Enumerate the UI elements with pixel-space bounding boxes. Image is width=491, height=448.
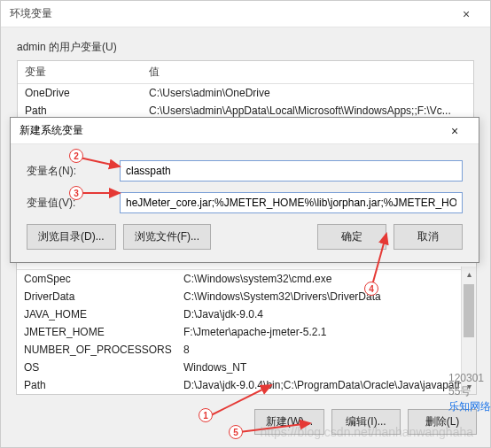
dialog-buttons: 浏览目录(D)... 浏览文件(F)... 确定 取消 xyxy=(27,224,463,250)
var-value-label: 变量值(V): xyxy=(27,196,120,211)
system-vars-table[interactable]: 变量 值 ComSpecC:\Windows\system32\cmd.exeD… xyxy=(16,246,477,395)
dialog-cancel-button[interactable]: 取消 xyxy=(394,224,463,250)
var-value: F:\Jmeter\apache-jmeter-5.2.1 xyxy=(176,323,476,341)
table-row[interactable]: OneDriveC:\Users\admin\OneDrive xyxy=(18,84,473,102)
browse-dir-button[interactable]: 浏览目录(D)... xyxy=(27,224,116,250)
table-row[interactable]: ComSpecC:\Windows\system32\cmd.exe xyxy=(17,270,476,288)
table-row[interactable]: DriverDataC:\Windows\System32\Drivers\Dr… xyxy=(17,288,476,305)
var-value: C:\Windows\System32\Drivers\DriverData xyxy=(176,288,476,305)
var-name-label: 变量名(N): xyxy=(27,164,120,179)
var-value: D:\Java\jdk-9.0.4\bin;C:\ProgramData\Ora… xyxy=(176,376,476,394)
env-var-title: 环境变量 xyxy=(10,6,52,21)
table-row[interactable]: JAVA_HOMED:\Java\jdk-9.0.4 xyxy=(17,305,476,323)
scroll-up-icon[interactable]: ▴ xyxy=(462,266,476,282)
new-sys-var-button[interactable]: 新建(W)... xyxy=(254,409,324,435)
env-close-icon[interactable]: × xyxy=(451,7,481,21)
var-value: C:\Users\admin\OneDrive xyxy=(142,84,473,102)
var-value: D:\Java\jdk-9.0.4 xyxy=(176,305,476,323)
var-name: Path xyxy=(17,376,176,394)
var-value-input[interactable] xyxy=(120,192,463,213)
var-name: OneDrive xyxy=(18,84,142,102)
table-row[interactable]: JMETER_HOMEF:\Jmeter\apache-jmeter-5.2.1 xyxy=(17,323,476,341)
user-vars-label: admin 的用户变量(U) xyxy=(17,40,474,55)
var-value: 8 xyxy=(176,341,476,359)
table-row[interactable]: OSWindows_NT xyxy=(17,359,476,376)
dialog-title: 新建系统变量 xyxy=(19,123,83,138)
sys-buttons-row: 新建(W)... 编辑(I)... 删除(L) xyxy=(16,409,477,435)
var-name: OS xyxy=(17,359,176,376)
var-value: Windows_NT xyxy=(176,359,476,376)
scroll-thumb[interactable] xyxy=(464,284,474,337)
dialog-close-icon[interactable]: × xyxy=(440,124,470,138)
dialog-body: 变量名(N): 变量值(V): 浏览目录(D)... 浏览文件(F)... 确定… xyxy=(11,144,479,262)
dialog-ok-button[interactable]: 确定 xyxy=(317,224,386,250)
edit-sys-var-button[interactable]: 编辑(I)... xyxy=(331,409,401,435)
var-name-input[interactable] xyxy=(120,160,463,182)
col-variable: 变量 xyxy=(18,61,142,83)
env-var-titlebar: 环境变量 × xyxy=(1,1,490,27)
table-row[interactable]: NUMBER_OF_PROCESSORS8 xyxy=(17,341,476,359)
var-value: C:\Windows\system32\cmd.exe xyxy=(176,270,476,288)
var-name: JMETER_HOME xyxy=(17,323,176,341)
table-row[interactable]: PathD:\Java\jdk-9.0.4\bin;C:\ProgramData… xyxy=(17,376,476,394)
var-value-row: 变量值(V): xyxy=(27,192,463,213)
var-name: ComSpec xyxy=(17,270,176,288)
var-name: NUMBER_OF_PROCESSORS xyxy=(17,341,176,359)
dialog-titlebar: 新建系统变量 × xyxy=(11,118,479,144)
var-name-row: 变量名(N): xyxy=(27,160,463,182)
user-vars-header: 变量 值 xyxy=(18,61,473,84)
col-value: 值 xyxy=(142,61,473,83)
system-vars-area: 变量 值 ComSpecC:\Windows\system32\cmd.exeD… xyxy=(16,246,477,448)
partial-sidebar: 120301 55号 乐知网络 xyxy=(448,372,491,414)
new-sys-var-dialog: 新建系统变量 × 变量名(N): 变量值(V): 浏览目录(D)... 浏览文件… xyxy=(10,117,479,263)
browse-file-button[interactable]: 浏览文件(F)... xyxy=(123,224,211,250)
var-name: JAVA_HOME xyxy=(17,305,176,323)
var-name: DriverData xyxy=(17,288,176,305)
